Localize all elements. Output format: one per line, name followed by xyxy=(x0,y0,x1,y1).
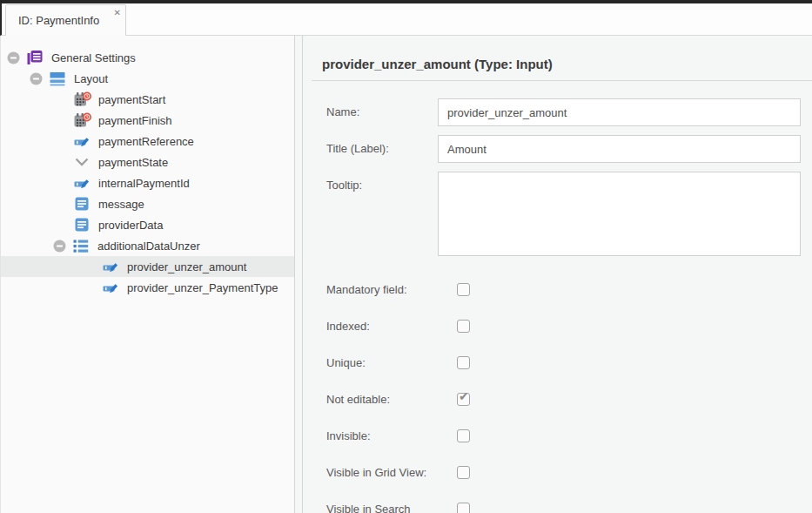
tree-item-general-settings[interactable]: General Settings xyxy=(1,47,294,68)
datetime-icon xyxy=(74,91,90,107)
tab-paymentinfo[interactable]: ID: PaymentInfo ✕ xyxy=(5,4,126,35)
close-icon[interactable]: ✕ xyxy=(114,8,121,18)
field-label: Visible in Grid View: xyxy=(326,465,438,480)
field-label: Mandatory field: xyxy=(326,282,438,297)
mandatory-field-checkbox[interactable]: ✔ xyxy=(457,283,470,296)
page-title: provider_unzer_amount (Type: Input) xyxy=(322,57,812,71)
collapse-icon[interactable] xyxy=(30,72,43,85)
title-label-input[interactable] xyxy=(438,135,801,163)
field-label: Tooltip: xyxy=(326,172,438,192)
tree-item-providerdata[interactable]: providerData xyxy=(1,214,294,235)
tree-item-paymentfinish[interactable]: paymentFinish xyxy=(1,110,294,131)
tree-item-label: provider_unzer_amount xyxy=(127,260,246,273)
tree-item-paymentreference[interactable]: paymentReference xyxy=(1,131,294,152)
tree-item-layout[interactable]: Layout xyxy=(1,68,294,89)
input-icon xyxy=(74,133,90,149)
field-label: Visible in Search Results: xyxy=(326,502,438,513)
class-icon xyxy=(27,50,43,65)
field-row-visible-in-grid-view: Visible in Grid View:✔ xyxy=(326,465,812,480)
field-label: Invisible: xyxy=(326,429,438,443)
tree-item-paymentstart[interactable]: paymentStart xyxy=(1,89,294,110)
field-row-unique: Unique:✔ xyxy=(326,355,812,370)
input-icon xyxy=(74,175,90,191)
tree-item-message[interactable]: message xyxy=(1,193,294,214)
field-label: Title (Label): xyxy=(326,135,438,156)
visible-in-grid-view-checkbox[interactable]: ✔ xyxy=(457,466,470,479)
field-label: Name: xyxy=(326,98,438,119)
tree-item-label: paymentReference xyxy=(98,135,194,148)
tree-item-provider-unzer-amount[interactable]: provider_unzer_amount xyxy=(1,256,294,277)
tree-item-provider-unzer-paymenttype[interactable]: provider_unzer_PaymentType xyxy=(1,277,294,298)
field-settings-panel: provider_unzer_amount (Type: Input) Name… xyxy=(302,36,812,513)
field-row-invisible: Invisible:✔ xyxy=(326,429,812,443)
panel-splitter[interactable] xyxy=(295,36,302,513)
input-icon xyxy=(103,280,118,295)
tree-item-label: additionalDataUnzer xyxy=(97,240,200,253)
class-structure-tree: General SettingsLayoutpaymentStartpaymen… xyxy=(0,36,295,513)
tree-item-additionaldataunzer[interactable]: additionalDataUnzer xyxy=(1,235,294,256)
input-icon xyxy=(103,259,118,274)
tree-item-label: message xyxy=(98,198,144,211)
field-row-tooltip: Tooltip: xyxy=(326,172,812,265)
collapse-icon[interactable] xyxy=(7,51,20,64)
field-label: Not editable: xyxy=(326,392,438,407)
tooltip-textarea[interactable] xyxy=(438,172,801,256)
textarea-icon xyxy=(74,196,90,212)
tree-item-label: provider_unzer_PaymentType xyxy=(127,281,278,294)
datetime-icon xyxy=(74,112,90,128)
field-row-title-label: Title (Label): xyxy=(326,135,812,163)
field-row-indexed: Indexed:✔ xyxy=(326,319,812,334)
field-row-mandatory-field: Mandatory field:✔ xyxy=(326,282,812,297)
tree-item-internalpaymentid[interactable]: internalPaymentId xyxy=(1,172,294,193)
tree-item-label: paymentStart xyxy=(98,93,165,106)
tab-title: ID: PaymentInfo xyxy=(18,14,99,27)
tree-item-label: Layout xyxy=(74,72,108,85)
field-settings-form: Name:Title (Label):Tooltip:Mandatory fie… xyxy=(303,81,812,513)
textarea-icon xyxy=(74,217,90,233)
main-area: General SettingsLayoutpaymentStartpaymen… xyxy=(0,36,812,513)
tree-item-label: internalPaymentId xyxy=(98,177,190,190)
tree-item-label: providerData xyxy=(98,219,163,232)
check-icon: ✔ xyxy=(459,389,469,403)
layout-icon xyxy=(50,71,65,86)
visible-in-search-results-checkbox[interactable]: ✔ xyxy=(457,503,470,513)
tree-item-label: paymentFinish xyxy=(98,114,172,127)
tree-item-label: paymentState xyxy=(98,156,168,169)
name-input[interactable] xyxy=(438,98,801,126)
field-row-visible-in-search-results: Visible in Search Results:✔ xyxy=(326,502,812,513)
field-label: Indexed: xyxy=(326,319,438,334)
fieldcontainer-icon xyxy=(73,238,89,253)
tab-strip: ID: PaymentInfo ✕ xyxy=(0,3,812,36)
not-editable-checkbox[interactable]: ✔ xyxy=(457,393,470,406)
select-icon xyxy=(74,154,90,170)
collapse-icon[interactable] xyxy=(53,240,66,253)
field-label: Unique: xyxy=(326,355,438,370)
tree-item-paymentstate[interactable]: paymentState xyxy=(1,152,294,172)
indexed-checkbox[interactable]: ✔ xyxy=(457,320,470,333)
field-row-not-editable: Not editable:✔ xyxy=(326,392,812,407)
unique-checkbox[interactable]: ✔ xyxy=(457,356,470,369)
tree-item-label: General Settings xyxy=(51,51,136,64)
field-row-name: Name: xyxy=(326,98,812,126)
invisible-checkbox[interactable]: ✔ xyxy=(457,429,470,442)
